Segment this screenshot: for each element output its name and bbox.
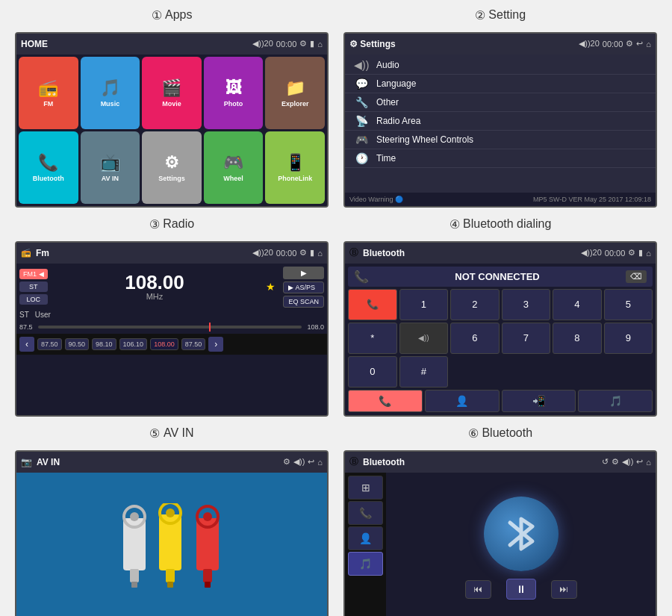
radio-eq-btn[interactable]: EQ SCAN [283, 296, 324, 308]
btdial-delete-button[interactable]: ⌫ [626, 270, 647, 283]
settings-bottom-bar: Video Warning 🔵 MP5 SW-D VER May 25 2017… [345, 193, 656, 206]
avin-content [16, 473, 327, 617]
btmusic-volume-icon: ◀)) [622, 457, 633, 467]
radio-freq-1[interactable]: 87.50 [37, 338, 62, 350]
btdial-key-7[interactable]: 7 [502, 323, 551, 354]
btdial-key-5[interactable]: 5 [604, 289, 653, 320]
btdial-gear-icon: ⚙ [628, 248, 635, 258]
settings-other-label: Other [376, 97, 399, 108]
settings-language-label: Language [376, 78, 416, 89]
btdial-key-star[interactable]: * [348, 323, 397, 354]
app-movie[interactable]: 🎬 Movie [142, 57, 202, 129]
radio-home-icon: ⌂ [317, 249, 323, 258]
radio-play-btn[interactable]: ▶ [283, 267, 324, 279]
radio-battery-icon: ▮ [310, 248, 314, 258]
section-label-2: ② Setting [336, 4, 665, 26]
btdial-tab-call[interactable]: 📞 [348, 390, 423, 412]
btdial-tab-recent[interactable]: 📲 [502, 390, 576, 412]
settings-time[interactable]: 🕐 Time [345, 149, 656, 168]
btmusic-play-btn[interactable]: ⏸ [506, 579, 536, 600]
radio-freq-6[interactable]: 87.50 [181, 338, 206, 350]
btdial-key-hash[interactable]: # [399, 356, 449, 388]
radio-frequency-unit: MHz [146, 292, 164, 301]
btmusic-main-area: ⏮ ⏸ ⏭ [386, 473, 656, 617]
app-fm[interactable]: 📻 FM [19, 57, 78, 129]
svg-point-2 [130, 512, 139, 521]
svg-rect-13 [167, 582, 173, 588]
btdial-title: Bluetooth [363, 248, 576, 258]
app-explorer[interactable]: 📁 Explorer [265, 57, 325, 129]
btmusic-controls-row: ⏮ ⏸ ⏭ [465, 579, 577, 600]
radio-range-start: 87.5 [19, 323, 38, 331]
radio-screen-container: 📻 Fm ◀))20 00:00 ⚙ ▮ ⌂ FM1 ◀ ST LOC [7, 235, 336, 422]
app-wheel[interactable]: 🎮 Wheel [204, 131, 264, 204]
radio-range-end: 108.0 [302, 323, 324, 331]
settings-steering[interactable]: 🎮 Steering Wheel Controls [345, 131, 656, 149]
radio-st-btn[interactable]: ST [19, 281, 48, 292]
avin-settings-icon: ⚙ [283, 457, 290, 467]
btdial-end-call[interactable]: 📞 [348, 289, 397, 320]
app-phonelink-icon: 📱 [285, 153, 305, 172]
radio-prev-button[interactable]: ‹ [19, 337, 34, 352]
app-music[interactable]: 🎵 Music [81, 57, 140, 129]
btdial-key-6[interactable]: 6 [450, 323, 500, 354]
btmusic-sidebar-contacts[interactable]: 👤 [348, 526, 383, 550]
btdial-call-icon: 📞 [354, 270, 369, 284]
btmusic-eq-icon: ⚙ [612, 457, 619, 467]
avin-title: AV IN [37, 457, 279, 467]
settings-language[interactable]: 💬 Language [345, 75, 656, 93]
btdial-vol-down[interactable]: ◀)) [399, 323, 449, 354]
radio-fm1-btn[interactable]: FM1 ◀ [19, 269, 48, 279]
btdial-key-2[interactable]: 2 [450, 289, 500, 320]
btmusic-title: Bluetooth [363, 457, 597, 467]
settings-radio-area[interactable]: 📡 Radio Area [345, 112, 656, 131]
btdial-tab-music[interactable]: 🎵 [578, 390, 653, 412]
radio-favorite-star[interactable]: ★ [261, 281, 280, 293]
radio-freq-2[interactable]: 90.50 [65, 338, 90, 350]
btdial-key-8[interactable]: 8 [553, 323, 602, 354]
settings-audio[interactable]: ◀)) Audio [345, 56, 656, 75]
app-photo[interactable]: 🖼 Photo [204, 57, 264, 129]
app-settings[interactable]: ⚙ Settings [142, 131, 202, 204]
apps-volume: ◀))20 [252, 39, 273, 49]
app-avin-label: AV IN [102, 175, 119, 182]
btmusic-bt-logo [484, 497, 559, 571]
radio-top-icons: ◀))20 00:00 ⚙ ▮ ⌂ [252, 248, 323, 258]
btdial-tabs: 📞 👤 📲 🎵 [348, 390, 653, 412]
avin-back-icon: ↩ [308, 457, 314, 467]
bluetooth-logo-svg [503, 511, 540, 556]
btdial-key-0[interactable]: 0 [348, 356, 397, 388]
section-label-5: ⑤ AV IN [7, 422, 336, 444]
settings-other[interactable]: 🔧 Other [345, 93, 656, 112]
btmusic-sidebar: ⊞ 📞 👤 🎵 [345, 473, 386, 617]
btdial-key-4[interactable]: 4 [553, 289, 602, 320]
radio-loc-btn[interactable]: LOC [19, 294, 48, 305]
btdial-key-1[interactable]: 1 [399, 289, 449, 320]
radio-volume: ◀))20 [252, 248, 273, 258]
app-bluetooth[interactable]: 📞 Bluetooth [19, 131, 78, 204]
app-movie-label: Movie [162, 100, 181, 108]
btmusic-sidebar-music[interactable]: 🎵 [348, 552, 383, 576]
radio-freq-3[interactable]: 98.10 [92, 338, 116, 350]
btmusic-refresh-icon: ↺ [602, 457, 609, 467]
app-wheel-label: Wheel [223, 175, 243, 182]
btdial-tab-contacts[interactable]: 👤 [425, 390, 500, 412]
btmusic-next-btn[interactable]: ⏭ [551, 580, 577, 599]
app-avin[interactable]: 📺 AV IN [81, 131, 140, 204]
app-phonelink-label: PhoneLink [278, 175, 312, 182]
btdial-key-3[interactable]: 3 [502, 289, 551, 320]
apps-gear-icon: ⚙ [299, 39, 307, 49]
btmusic-prev-btn[interactable]: ⏮ [465, 580, 491, 599]
radio-freq-5[interactable]: 108.00 [150, 338, 178, 350]
section-label-1: ① Apps [7, 4, 336, 26]
app-phonelink[interactable]: 📱 PhoneLink [265, 131, 325, 204]
radio-gear-icon: ⚙ [299, 248, 307, 258]
btdial-key-9[interactable]: 9 [604, 323, 653, 354]
btmusic-sidebar-call[interactable]: 📞 [348, 501, 383, 525]
settings-list: ◀)) Audio 💬 Language 🔧 Other 📡 Radio Are… [345, 55, 656, 193]
radio-next-button[interactable]: › [208, 337, 223, 352]
radio-freq-4[interactable]: 106.10 [119, 338, 148, 350]
radio-asps-btn[interactable]: ▶ AS/PS [283, 281, 324, 293]
btmusic-sidebar-grid[interactable]: ⊞ [348, 476, 383, 500]
apps-top-bar: HOME ◀))20 00:00 ⚙ ▮ ⌂ [16, 34, 327, 55]
